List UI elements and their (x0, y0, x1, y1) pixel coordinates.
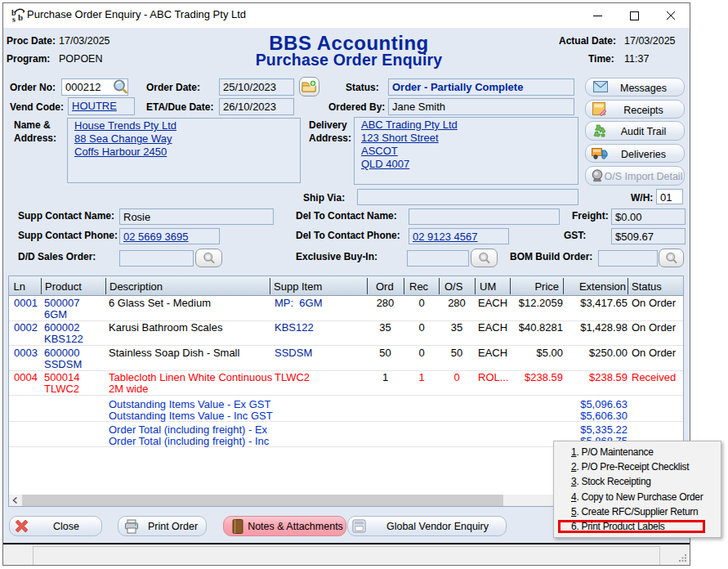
svg-text:b: b (18, 12, 23, 22)
svg-text:s: s (12, 15, 16, 24)
